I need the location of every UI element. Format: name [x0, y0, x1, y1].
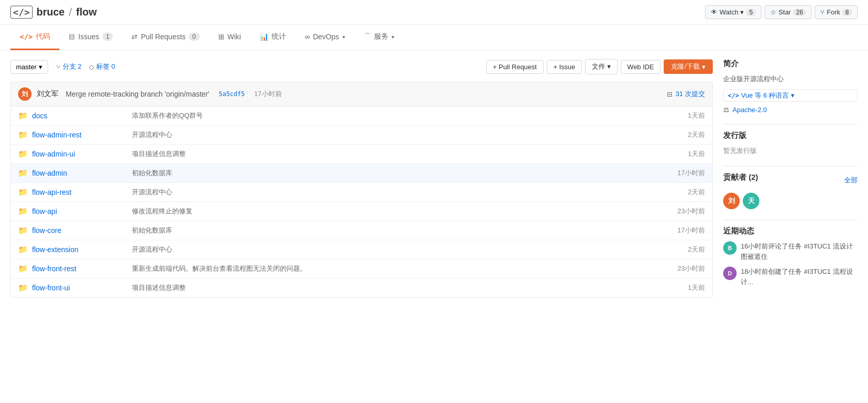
tags-count: ◇ 标签 0 — [89, 62, 115, 71]
repo-name[interactable]: flow — [76, 6, 97, 18]
pull-request-button[interactable]: + Pull Request — [486, 60, 544, 74]
file-time: 1天前 — [653, 149, 705, 159]
repo-content: master ▾ ⑂ 分支 2 ◇ 标签 0 + Pull Request — [10, 59, 713, 298]
file-name[interactable]: 📁 flow-admin-ui — [18, 149, 132, 159]
file-message: 项目描述信息调整 — [132, 149, 653, 159]
file-name[interactable]: 📁 flow-api — [18, 207, 132, 216]
folder-icon: 📁 — [18, 207, 28, 216]
folder-icon: 📁 — [18, 168, 28, 178]
tab-wiki[interactable]: ⊞ Wiki — [209, 25, 250, 50]
file-time: 2天前 — [653, 188, 705, 197]
file-name[interactable]: 📁 flow-extension — [18, 245, 132, 254]
fork-count: 8 — [842, 9, 852, 16]
tag-icon: ◇ — [89, 63, 94, 71]
nav-tabs: </> 代码 ⊟ Issues 1 ⇄ Pull Requests 0 ⊞ Wi… — [0, 25, 868, 51]
file-row: 📁 flow-admin-ui 项目描述信息调整 1天前 — [11, 145, 712, 164]
sidebar-divider-2 — [723, 166, 858, 166]
commits-count[interactable]: 31 次提交 — [676, 89, 705, 99]
fork-button[interactable]: ⑂ Fork 8 — [815, 5, 858, 19]
commit-bar: 刘 刘文军 Merge remote-tracking branch 'orig… — [10, 82, 713, 106]
contributors-section: 贡献者 (2) 全部 刘天 — [723, 173, 858, 209]
top-bar: </> bruce / flow 👁 Watch ▾ 5 ☆ Star 26 ⑂… — [0, 0, 868, 25]
code-tab-icon: </> — [20, 33, 33, 41]
folder-icon: 📁 — [18, 245, 28, 254]
stats-tab-icon: 📊 — [260, 33, 268, 41]
sidebar-divider-3 — [723, 220, 858, 220]
tab-services[interactable]: ⌒ 服务 ▾ — [354, 25, 403, 50]
main-layout: master ▾ ⑂ 分支 2 ◇ 标签 0 + Pull Request — [0, 51, 868, 306]
files-dropdown-icon: ▾ — [607, 63, 611, 70]
folder-icon: 📁 — [18, 130, 28, 140]
sidebar: 简介 企业版开源流程中心 </> Vue 等 6 种语言 ▾ ⚖ Apache-… — [723, 59, 858, 298]
language-badge[interactable]: </> Vue 等 6 种语言 ▾ — [723, 89, 858, 102]
commits-icon: ⊟ — [667, 90, 672, 98]
tab-code[interactable]: </> 代码 — [10, 25, 59, 50]
web-ide-button[interactable]: Web IDE — [621, 60, 661, 74]
contributor-avatars: 刘天 — [723, 193, 858, 209]
file-row: 📁 flow-api-rest 开源流程中心 2天前 — [11, 183, 712, 202]
wiki-tab-icon: ⊞ — [218, 33, 225, 41]
file-time: 2天前 — [653, 130, 705, 140]
file-message: 初始化数据库 — [132, 168, 653, 178]
file-name[interactable]: 📁 flow-front-ui — [18, 283, 132, 292]
commit-hash[interactable]: 5a5cdf5 — [219, 90, 245, 98]
file-message: 开源流程中心 — [132, 188, 653, 197]
tab-devops[interactable]: ∞ DevOps ▾ — [295, 25, 354, 50]
eye-icon: 👁 — [711, 8, 717, 16]
file-row: 📁 flow-admin-rest 开源流程中心 2天前 — [11, 126, 712, 145]
branch-dropdown[interactable]: master ▾ — [10, 60, 48, 74]
file-name[interactable]: 📁 flow-front-rest — [18, 264, 132, 273]
file-time: 23小时前 — [653, 264, 705, 273]
file-message: 开源流程中心 — [132, 245, 653, 254]
file-name[interactable]: 📁 flow-admin-rest — [18, 130, 132, 140]
release-section: 发行版 暂无发行版 — [723, 131, 858, 156]
commit-author[interactable]: 刘文军 — [37, 89, 58, 99]
file-time: 1天前 — [653, 111, 705, 120]
watch-button[interactable]: 👁 Watch ▾ 5 — [705, 5, 761, 19]
issues-badge: 1 — [102, 33, 113, 41]
contributor-avatar[interactable]: 刘 — [723, 193, 740, 209]
star-icon: ☆ — [770, 8, 776, 16]
star-button[interactable]: ☆ Star 26 — [765, 5, 812, 19]
activity-avatar: D — [723, 267, 737, 280]
folder-icon: 📁 — [18, 149, 28, 159]
tab-pulls[interactable]: ⇄ Pull Requests 0 — [122, 25, 208, 50]
branch-meta: ⑂ 分支 2 ◇ 标签 0 — [56, 62, 115, 71]
file-time: 17小时前 — [653, 168, 705, 178]
activity-section: 近期动态 B 16小时前评论了任务 #I3TUC1 流设计图被遮住 D 18小时… — [723, 226, 858, 287]
activity-text: 16小时前评论了任务 #I3TUC1 流设计图被遮住 — [741, 241, 858, 261]
repo-actions: 👁 Watch ▾ 5 ☆ Star 26 ⑂ Fork 8 — [705, 5, 858, 19]
file-name[interactable]: 📁 docs — [18, 111, 132, 120]
branch-dropdown-icon: ▾ — [39, 63, 42, 71]
file-name[interactable]: 📁 flow-core — [18, 226, 132, 235]
branch-icon: ⑂ — [56, 63, 61, 71]
fork-icon: ⑂ — [820, 8, 825, 16]
branch-bar: master ▾ ⑂ 分支 2 ◇ 标签 0 + Pull Request — [10, 59, 713, 74]
files-button[interactable]: 文件 ▾ — [585, 59, 618, 74]
intro-title: 简介 — [723, 59, 858, 69]
contributor-avatar[interactable]: 天 — [743, 193, 759, 209]
file-row: 📁 flow-front-rest 重新生成前端代码。解决前台查看流程图无法关闭… — [11, 259, 712, 278]
lang-dropdown-icon: ▾ — [791, 91, 795, 99]
file-row: 📁 docs 添加联系作者的QQ群号 1天前 — [11, 106, 712, 126]
activity-item: B 16小时前评论了任务 #I3TUC1 流设计图被遮住 — [723, 241, 858, 261]
contributors-all-link[interactable]: 全部 — [844, 176, 858, 185]
file-name[interactable]: 📁 flow-admin — [18, 168, 132, 178]
file-message: 初始化数据库 — [132, 226, 653, 235]
file-name[interactable]: 📁 flow-api-rest — [18, 188, 132, 197]
tab-stats[interactable]: 📊 统计 — [250, 25, 295, 50]
watch-count: 5 — [746, 9, 756, 16]
license-badge: ⚖ Apache-2.0 — [723, 106, 858, 114]
issue-button[interactable]: + Issue — [547, 60, 582, 74]
file-time: 2天前 — [653, 245, 705, 254]
commit-right: ⊟ 31 次提交 — [667, 89, 705, 99]
repo-owner[interactable]: bruce — [37, 6, 65, 18]
lang-icon: </> — [728, 92, 739, 99]
file-row: 📁 flow-extension 开源流程中心 2天前 — [11, 240, 712, 259]
clone-button[interactable]: 克隆/下载 ▾ — [664, 59, 713, 74]
file-row: 📁 flow-api 修改流程终止的修复 23小时前 — [11, 202, 712, 221]
tab-issues[interactable]: ⊟ Issues 1 — [59, 25, 122, 50]
folder-icon: 📁 — [18, 188, 28, 197]
folder-icon: 📁 — [18, 111, 28, 120]
branches-count: ⑂ 分支 2 — [56, 62, 82, 71]
